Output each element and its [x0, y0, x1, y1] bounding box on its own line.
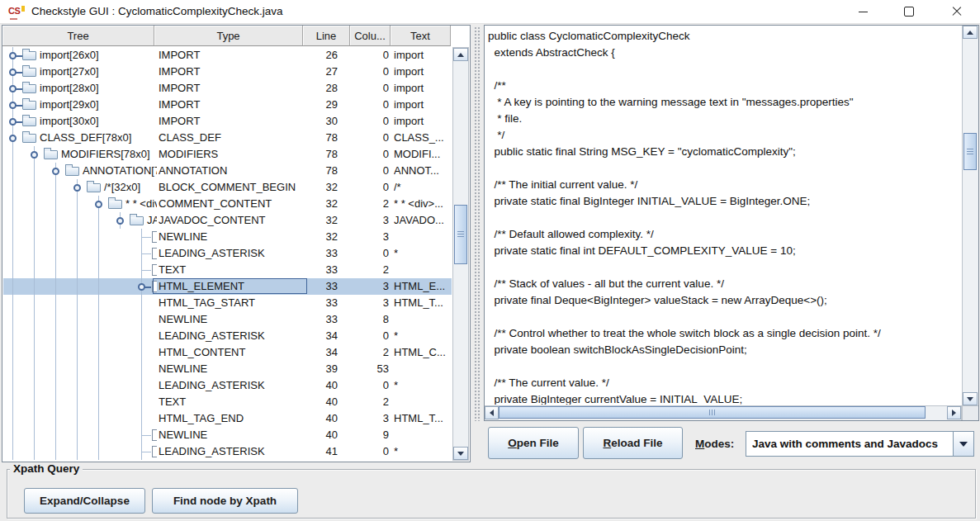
code-scroll-left-button[interactable] [485, 406, 499, 419]
cell-line: 27 [305, 64, 338, 80]
tree-line [55, 410, 56, 427]
modes-combobox[interactable]: Java with comments and Javadocs [746, 431, 974, 457]
combo-dropdown-button[interactable] [953, 432, 973, 456]
folder-icon [65, 167, 79, 176]
collapse-toggle-icon[interactable] [73, 184, 81, 192]
tree-table-row[interactable]: import[27x0]IMPORT270import [3, 64, 452, 80]
tree-cell: import[29x0] [3, 97, 157, 113]
tree-table-row[interactable]: import[26x0]IMPORT260import [3, 47, 452, 64]
tree-table-row[interactable]: LEADING_ASTERISK330* [3, 245, 452, 262]
tree-cell [3, 443, 157, 460]
tree-cell: import[30x0] [3, 113, 157, 130]
tree-line [16, 72, 22, 73]
split-pane-divider[interactable] [471, 25, 484, 462]
tree-line [77, 212, 78, 229]
tree-line [34, 328, 35, 344]
open-file-button[interactable]: Open File [488, 427, 579, 459]
tree-table-row[interactable]: LEADING_ASTERISK410* [3, 443, 452, 460]
collapse-toggle-icon[interactable] [95, 201, 102, 208]
tree-cell: * * <div>... [3, 196, 157, 212]
tree-line [55, 179, 56, 196]
folder-icon [22, 101, 36, 110]
code-scrollbar-thumb[interactable] [963, 133, 977, 170]
tree-line [34, 311, 35, 328]
tree-table-row[interactable]: NEWLINE338 [3, 311, 452, 328]
tree-table-row[interactable]: HTML_CONTENT342HTML_C... [3, 344, 452, 361]
tree-cell [3, 394, 157, 410]
cell-type: LEADING_ASTERISK [159, 245, 304, 262]
tree-line [142, 253, 151, 254]
code-hscrollbar-thumb[interactable] [499, 406, 926, 419]
tree-line [16, 88, 22, 90]
cell-text: * [394, 443, 452, 460]
tree-cell: /*[32x0] [3, 179, 157, 196]
tree-line [55, 394, 56, 410]
cell-line: 78 [305, 146, 338, 163]
code-scroll-down-button[interactable] [963, 392, 978, 405]
scroll-up-button[interactable] [453, 48, 468, 61]
tree-scrollbar-thumb[interactable] [454, 205, 467, 264]
tree-line [55, 344, 56, 361]
tree-table-row[interactable]: JAVADOC_CONTENT[32x3]JAVADOC_CONTENT323J… [3, 212, 452, 229]
code-horizontal-scrollbar[interactable] [485, 405, 962, 420]
tree-table-row[interactable]: CLASS_DEF[78x0]CLASS_DEF780CLASS_... [3, 130, 452, 146]
tree-table-row[interactable]: TEXT402 [3, 394, 452, 410]
cell-line: 78 [305, 163, 338, 179]
tree-line [77, 377, 78, 394]
tree-vertical-scrollbar[interactable] [452, 47, 469, 461]
tree-table-row[interactable]: LEADING_ASTERISK340* [3, 328, 452, 344]
find-node-by-xpath-button[interactable]: Find node by Xpath [152, 488, 298, 514]
expand-collapse-button[interactable]: Expand/Collapse [24, 488, 145, 514]
tree-table-row[interactable]: HTML_TAG_END403HTML_T... [3, 410, 452, 427]
column-header-type[interactable]: Type [154, 26, 303, 46]
tree-table-row[interactable]: LEADING_ASTERISK400* [3, 377, 452, 394]
tree-line [34, 295, 35, 311]
cell-line: 33 [305, 278, 338, 295]
tree-table-row[interactable]: HTML_TAG_START333HTML_T... [3, 295, 452, 311]
folder-icon [87, 183, 101, 192]
tree-cell: import[27x0] [3, 64, 157, 80]
column-header-line[interactable]: Line [303, 26, 350, 46]
tree-table-row[interactable]: NEWLINE323 [3, 229, 452, 245]
column-header-tree[interactable]: Tree [2, 26, 154, 46]
cell-text: MODIFI... [394, 146, 452, 163]
tree-line [142, 270, 151, 271]
cell-text: ANNOT... [394, 163, 452, 179]
tree-line [98, 410, 99, 427]
checkstyle-logo-icon: CS [8, 4, 26, 19]
tree-line [55, 212, 56, 229]
code-scroll-right-button[interactable] [947, 406, 961, 419]
code-scroll-up-button[interactable] [963, 26, 978, 39]
tree-table-row[interactable]: * * <div>...COMMENT_CONTENT322* * <div>.… [3, 196, 452, 212]
tree-table-row[interactable]: NEWLINE3953 [3, 361, 452, 377]
tree-table-row[interactable]: import[28x0]IMPORT280import [3, 80, 452, 97]
cell-column: 53 [353, 361, 389, 377]
minimize-button[interactable] [846, 0, 879, 23]
tree-table-row[interactable]: TEXT332 [3, 262, 452, 278]
tree-table-row[interactable]: import[30x0]IMPORT300import [3, 113, 452, 130]
tree-table-row[interactable]: ANNOTATION[78x0]ANNOTATION780ANNOT... [3, 163, 452, 179]
tree-table-row[interactable]: NEWLINE409 [3, 427, 452, 443]
collapse-toggle-icon[interactable] [52, 168, 59, 175]
tree-line [12, 443, 13, 460]
tree-line [12, 278, 13, 295]
maximize-button[interactable] [892, 0, 926, 23]
collapse-toggle-icon[interactable] [31, 151, 38, 159]
column-header-colu[interactable]: Colu... [350, 26, 391, 46]
tree-table-row[interactable]: MODIFIERS[78x0]MODIFIERS780MODIFI... [3, 146, 452, 163]
code-vertical-scrollbar[interactable] [962, 26, 978, 405]
titlebar[interactable]: CS Checkstyle GUI : CyclomaticComplexity… [0, 0, 980, 24]
collapse-toggle-icon[interactable] [116, 217, 124, 225]
collapse-toggle-icon[interactable] [9, 135, 17, 142]
tree-table-row[interactable]: import[29x0]IMPORT290import [3, 97, 452, 113]
cell-type: TEXT [159, 262, 304, 278]
tree-table-row[interactable]: /*[32x0]BLOCK_COMMENT_BEGIN320/* [3, 179, 452, 196]
close-button[interactable] [940, 0, 973, 23]
cell-column: 2 [353, 262, 389, 278]
code-text[interactable]: public class CyclomaticComplexityCheck e… [485, 26, 961, 405]
column-header-text[interactable]: Text [391, 26, 451, 46]
folder-icon [22, 51, 36, 60]
scroll-down-button[interactable] [453, 447, 468, 460]
tree-table-row[interactable]: HTML_ELEMENT333HTML_E... [3, 278, 452, 295]
reload-file-button[interactable]: Reload File [583, 427, 683, 459]
